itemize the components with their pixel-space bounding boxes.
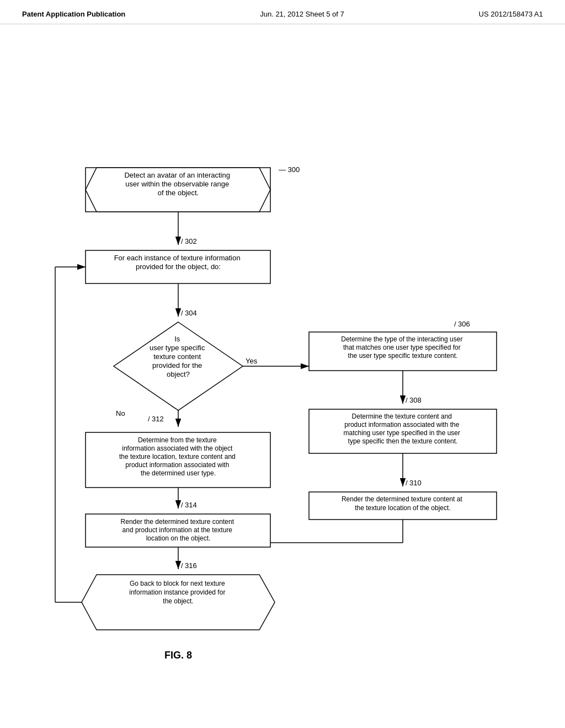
label-310: 310 — [409, 479, 422, 487]
page-header: Patent Application Publication Jun. 21, … — [0, 0, 565, 24]
fig-label: FIG. 8 — [164, 650, 192, 661]
node-306-text: Determine the type of the interacting us… — [341, 335, 464, 360]
label-300: — 300 — [279, 165, 300, 174]
yes-label: Yes — [246, 357, 258, 365]
label-310-slash: / — [406, 479, 408, 487]
header-publication-type: Patent Application Publication — [22, 10, 125, 18]
header-date-sheet: Jun. 21, 2012 Sheet 5 of 7 — [260, 10, 344, 18]
label-304: 304 — [185, 309, 197, 317]
label-312-slash: / — [148, 415, 150, 423]
label-306-slash: / — [454, 320, 456, 328]
label-304-slash: / — [181, 309, 183, 317]
label-312-ref: 312 — [152, 415, 164, 423]
label-316: 316 — [185, 561, 197, 570]
label-314-slash: / — [181, 501, 183, 509]
label-302-slash: / — [181, 237, 183, 245]
header-patent-number: US 2012/158473 A1 — [479, 10, 543, 18]
label-302: 302 — [185, 237, 197, 245]
no-label: No — [116, 409, 125, 417]
label-308: 308 — [409, 396, 422, 404]
label-308-slash: / — [406, 396, 408, 404]
label-316-slash: / — [181, 561, 183, 570]
diagram-area: Detect an avatar of an interacting user … — [0, 24, 565, 686]
node-308-text: Determine the texture content and produc… — [344, 413, 462, 445]
label-306: 306 — [458, 320, 470, 328]
label-314: 314 — [185, 501, 197, 509]
flowchart-svg: Detect an avatar of an interacting user … — [0, 24, 565, 686]
